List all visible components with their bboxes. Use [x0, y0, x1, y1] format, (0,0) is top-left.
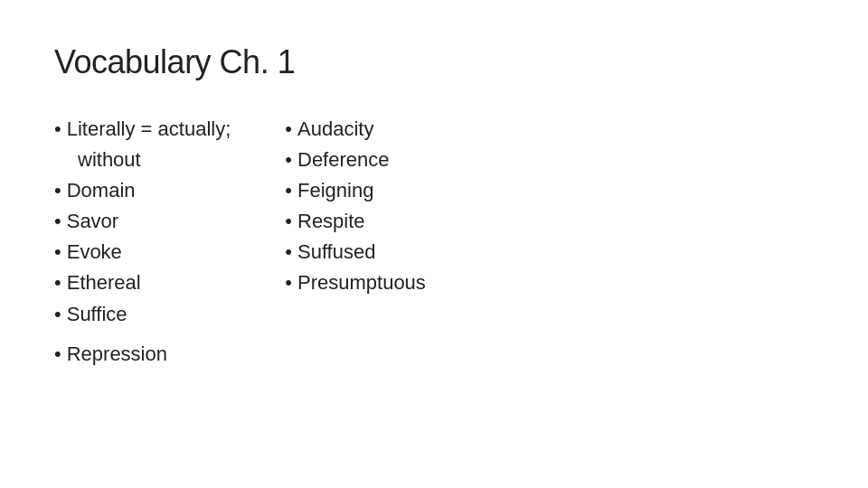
bullet-feigning: •	[285, 175, 292, 206]
text-suffused: Suffused	[297, 237, 375, 267]
text-repression: Repression	[67, 339, 167, 370]
bullet-audacity: •	[285, 114, 292, 145]
text-evoke: Evoke	[67, 237, 122, 267]
list-item-domain: • Domain	[54, 175, 231, 206]
list-item-presumptuous: • Presumptuous	[285, 267, 426, 298]
text-ethereal: Ethereal	[67, 267, 141, 298]
bullet-respite: •	[285, 206, 292, 237]
list-item-audacity: • Audacity	[285, 114, 426, 145]
bullet-savor: •	[54, 206, 61, 237]
text-suffice: Suffice	[67, 299, 127, 330]
list-item-suffused: • Suffused	[285, 237, 426, 267]
indent-without: without	[54, 145, 231, 175]
bullet-repression: •	[54, 339, 61, 370]
text-domain: Domain	[67, 175, 136, 206]
bullet-suffused: •	[285, 237, 292, 267]
list-item-feigning: • Feigning	[285, 175, 426, 206]
left-column: • Literally = actually; without • Domain…	[54, 114, 231, 452]
text-literally: Literally = actually;	[67, 114, 231, 145]
text-deference: Deference	[297, 145, 390, 175]
right-column: • Audacity • Deference • Feigning • Resp…	[285, 114, 426, 452]
bullet-literally: •	[54, 114, 61, 145]
slide-title: Vocabulary Ch. 1	[54, 43, 814, 81]
list-item-savor: • Savor	[54, 206, 231, 237]
list-item-deference: • Deference	[285, 145, 426, 175]
text-feigning: Feigning	[297, 175, 373, 206]
list-item-respite: • Respite	[285, 206, 426, 237]
list-item-evoke: • Evoke	[54, 237, 231, 267]
text-savor: Savor	[67, 206, 118, 237]
bullet-evoke: •	[54, 237, 61, 267]
list-item-literally: • Literally = actually;	[54, 114, 231, 145]
bullet-deference: •	[285, 145, 292, 175]
list-item-suffice: • Suffice	[54, 299, 231, 330]
bullet-domain: •	[54, 175, 61, 206]
list-item-ethereal: • Ethereal	[54, 267, 231, 298]
text-respite: Respite	[297, 206, 365, 237]
text-audacity: Audacity	[297, 114, 373, 145]
bullet-ethereal: •	[54, 267, 61, 298]
text-presumptuous: Presumptuous	[297, 267, 426, 298]
content-area: • Literally = actually; without • Domain…	[54, 114, 814, 452]
list-item-repression: • Repression	[54, 339, 231, 370]
bullet-presumptuous: •	[285, 267, 292, 298]
bullet-suffice: •	[54, 299, 61, 330]
slide: Vocabulary Ch. 1 • Literally = actually;…	[0, 0, 868, 488]
